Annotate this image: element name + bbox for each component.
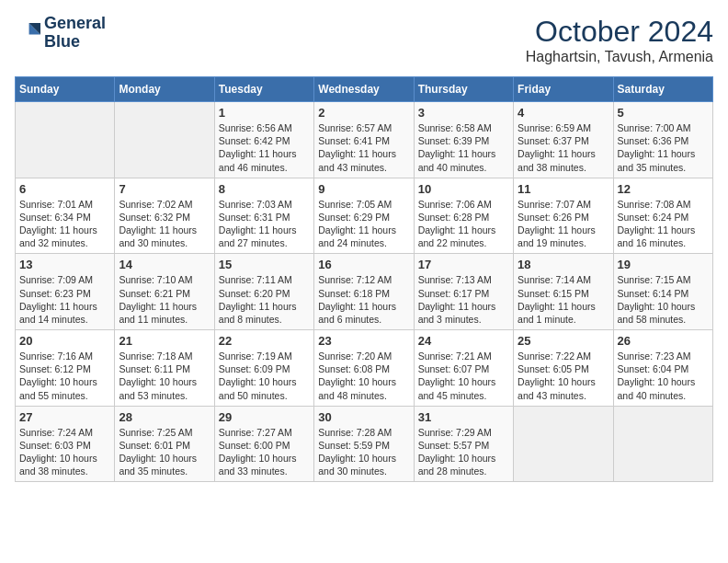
weekday-header: Tuesday: [214, 77, 313, 102]
calendar-day-cell: 6Sunrise: 7:01 AM Sunset: 6:34 PM Daylig…: [16, 178, 115, 254]
day-info: Sunrise: 7:23 AM Sunset: 6:04 PM Dayligh…: [618, 350, 709, 402]
calendar-day-cell: 4Sunrise: 6:59 AM Sunset: 6:37 PM Daylig…: [514, 102, 613, 178]
day-number: 13: [19, 258, 110, 271]
weekday-header: Friday: [514, 77, 613, 102]
calendar-day-cell: 22Sunrise: 7:19 AM Sunset: 6:09 PM Dayli…: [214, 330, 313, 407]
calendar-week-row: 1Sunrise: 6:56 AM Sunset: 6:42 PM Daylig…: [16, 102, 713, 178]
day-number: 14: [119, 258, 210, 271]
calendar-day-cell: 28Sunrise: 7:25 AM Sunset: 6:01 PM Dayli…: [115, 406, 214, 482]
calendar-day-cell: 8Sunrise: 7:03 AM Sunset: 6:31 PM Daylig…: [214, 178, 313, 254]
calendar-day-cell: 18Sunrise: 7:14 AM Sunset: 6:15 PM Dayli…: [514, 254, 613, 330]
day-number: 29: [219, 410, 310, 424]
day-info: Sunrise: 7:11 AM Sunset: 6:20 PM Dayligh…: [219, 273, 310, 326]
logo-icon: [15, 20, 40, 46]
day-number: 17: [418, 258, 509, 271]
day-number: 1: [219, 106, 310, 120]
day-info: Sunrise: 7:07 AM Sunset: 6:26 PM Dayligh…: [518, 198, 609, 250]
calendar-day-cell: 31Sunrise: 7:29 AM Sunset: 5:57 PM Dayli…: [414, 406, 513, 482]
calendar-week-row: 27Sunrise: 7:24 AM Sunset: 6:03 PM Dayli…: [16, 406, 713, 482]
day-number: 30: [318, 410, 409, 424]
calendar-day-cell: 13Sunrise: 7:09 AM Sunset: 6:23 PM Dayli…: [16, 254, 115, 330]
day-number: 21: [119, 334, 210, 348]
day-number: 26: [618, 334, 709, 348]
day-info: Sunrise: 7:12 AM Sunset: 6:18 PM Dayligh…: [318, 273, 409, 326]
calendar-day-cell: 19Sunrise: 7:15 AM Sunset: 6:14 PM Dayli…: [613, 254, 712, 330]
weekday-header: Wednesday: [314, 77, 414, 102]
day-info: Sunrise: 7:00 AM Sunset: 6:36 PM Dayligh…: [618, 121, 709, 174]
location: Haghartsin, Tavush, Armenia: [526, 49, 713, 65]
day-info: Sunrise: 6:56 AM Sunset: 6:42 PM Dayligh…: [219, 121, 310, 174]
calendar-day-cell: 7Sunrise: 7:02 AM Sunset: 6:32 PM Daylig…: [115, 178, 214, 254]
day-number: 19: [618, 258, 709, 271]
day-number: 12: [618, 182, 709, 196]
weekday-header: Monday: [115, 77, 214, 102]
day-number: 23: [318, 334, 409, 348]
day-number: 8: [219, 182, 310, 196]
day-info: Sunrise: 7:29 AM Sunset: 5:57 PM Dayligh…: [418, 426, 509, 478]
day-info: Sunrise: 6:58 AM Sunset: 6:39 PM Dayligh…: [418, 121, 509, 174]
day-number: 27: [19, 410, 110, 424]
day-info: Sunrise: 7:14 AM Sunset: 6:15 PM Dayligh…: [518, 273, 609, 326]
day-info: Sunrise: 7:01 AM Sunset: 6:34 PM Dayligh…: [19, 198, 110, 250]
calendar-day-cell: 10Sunrise: 7:06 AM Sunset: 6:28 PM Dayli…: [414, 178, 513, 254]
day-info: Sunrise: 7:16 AM Sunset: 6:12 PM Dayligh…: [19, 350, 110, 402]
day-info: Sunrise: 7:19 AM Sunset: 6:09 PM Dayligh…: [219, 350, 310, 402]
day-number: 16: [318, 258, 409, 271]
day-info: Sunrise: 7:05 AM Sunset: 6:29 PM Dayligh…: [318, 198, 409, 250]
day-number: 4: [518, 106, 609, 120]
day-info: Sunrise: 7:21 AM Sunset: 6:07 PM Dayligh…: [418, 350, 509, 402]
weekday-header-row: SundayMondayTuesdayWednesdayThursdayFrid…: [16, 77, 713, 102]
day-info: Sunrise: 7:18 AM Sunset: 6:11 PM Dayligh…: [119, 350, 210, 402]
day-number: 25: [518, 334, 609, 348]
day-info: Sunrise: 7:08 AM Sunset: 6:24 PM Dayligh…: [618, 198, 709, 250]
calendar-day-cell: 11Sunrise: 7:07 AM Sunset: 6:26 PM Dayli…: [514, 178, 613, 254]
day-info: Sunrise: 6:59 AM Sunset: 6:37 PM Dayligh…: [518, 121, 609, 174]
calendar-day-cell: [613, 406, 712, 482]
calendar-table: SundayMondayTuesdayWednesdayThursdayFrid…: [15, 76, 713, 482]
logo: General Blue: [15, 15, 106, 52]
month-title: October 2024: [526, 15, 713, 49]
day-info: Sunrise: 7:25 AM Sunset: 6:01 PM Dayligh…: [119, 426, 210, 478]
day-number: 7: [119, 182, 210, 196]
day-info: Sunrise: 7:06 AM Sunset: 6:28 PM Dayligh…: [418, 198, 509, 250]
day-info: Sunrise: 7:02 AM Sunset: 6:32 PM Dayligh…: [119, 198, 210, 250]
title-area: October 2024 Haghartsin, Tavush, Armenia: [526, 15, 713, 65]
day-number: 11: [518, 182, 609, 196]
day-number: 22: [219, 334, 310, 348]
calendar-day-cell: 25Sunrise: 7:22 AM Sunset: 6:05 PM Dayli…: [514, 330, 613, 407]
day-info: Sunrise: 7:09 AM Sunset: 6:23 PM Dayligh…: [19, 273, 110, 326]
day-info: Sunrise: 7:15 AM Sunset: 6:14 PM Dayligh…: [618, 273, 709, 326]
day-info: Sunrise: 7:03 AM Sunset: 6:31 PM Dayligh…: [219, 198, 310, 250]
day-number: 3: [418, 106, 509, 120]
logo-text: General Blue: [44, 15, 106, 52]
weekday-header: Sunday: [16, 77, 115, 102]
calendar-day-cell: 12Sunrise: 7:08 AM Sunset: 6:24 PM Dayli…: [613, 178, 712, 254]
day-number: 20: [19, 334, 110, 348]
day-number: 15: [219, 258, 310, 271]
calendar-day-cell: [115, 102, 214, 178]
calendar-week-row: 20Sunrise: 7:16 AM Sunset: 6:12 PM Dayli…: [16, 330, 713, 407]
calendar-day-cell: 1Sunrise: 6:56 AM Sunset: 6:42 PM Daylig…: [214, 102, 313, 178]
calendar-day-cell: 14Sunrise: 7:10 AM Sunset: 6:21 PM Dayli…: [115, 254, 214, 330]
weekday-header: Saturday: [613, 77, 712, 102]
calendar-week-row: 13Sunrise: 7:09 AM Sunset: 6:23 PM Dayli…: [16, 254, 713, 330]
calendar-day-cell: 17Sunrise: 7:13 AM Sunset: 6:17 PM Dayli…: [414, 254, 513, 330]
day-number: 28: [119, 410, 210, 424]
calendar-day-cell: [514, 406, 613, 482]
calendar-day-cell: 26Sunrise: 7:23 AM Sunset: 6:04 PM Dayli…: [613, 330, 712, 407]
calendar-day-cell: 9Sunrise: 7:05 AM Sunset: 6:29 PM Daylig…: [314, 178, 414, 254]
page-header: General Blue October 2024 Haghartsin, Ta…: [15, 15, 713, 65]
weekday-header: Thursday: [414, 77, 513, 102]
day-number: 6: [19, 182, 110, 196]
day-info: Sunrise: 7:27 AM Sunset: 6:00 PM Dayligh…: [219, 426, 310, 478]
day-info: Sunrise: 7:13 AM Sunset: 6:17 PM Dayligh…: [418, 273, 509, 326]
day-info: Sunrise: 6:57 AM Sunset: 6:41 PM Dayligh…: [318, 121, 409, 174]
calendar-day-cell: 27Sunrise: 7:24 AM Sunset: 6:03 PM Dayli…: [16, 406, 115, 482]
day-number: 18: [518, 258, 609, 271]
calendar-day-cell: 21Sunrise: 7:18 AM Sunset: 6:11 PM Dayli…: [115, 330, 214, 407]
day-info: Sunrise: 7:24 AM Sunset: 6:03 PM Dayligh…: [19, 426, 110, 478]
day-number: 24: [418, 334, 509, 348]
calendar-day-cell: 23Sunrise: 7:20 AM Sunset: 6:08 PM Dayli…: [314, 330, 414, 407]
day-number: 5: [618, 106, 709, 120]
calendar-day-cell: 29Sunrise: 7:27 AM Sunset: 6:00 PM Dayli…: [214, 406, 313, 482]
